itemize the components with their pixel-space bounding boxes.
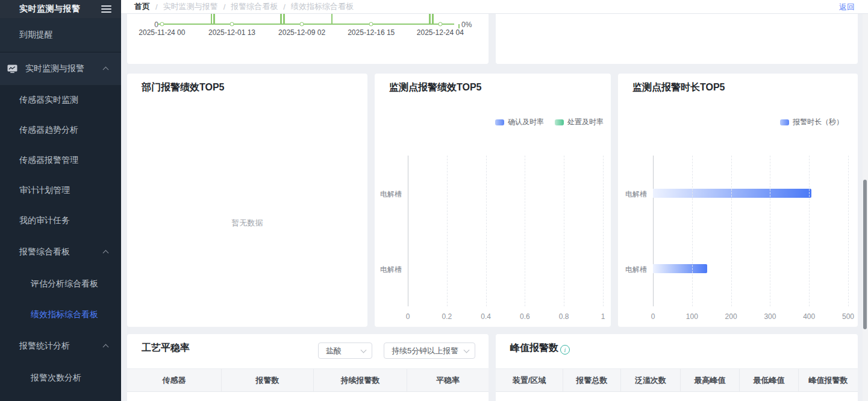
category-label: 电解槽 (618, 189, 647, 200)
column-header-stability-rate: 平稳率 (407, 369, 489, 391)
breadcrumb-home[interactable]: 首页 (134, 1, 150, 12)
panel-title: 监测点报警时长TOP5 (632, 81, 725, 94)
alarm-duration-filter-select[interactable]: 持续5分钟以上报警 (384, 343, 475, 359)
trend-spike-bar (213, 14, 215, 24)
trend-data-marker (438, 22, 442, 27)
x-tick-label: 500 (842, 312, 854, 321)
x-tick-label: 0.2 (442, 312, 452, 321)
x-axis-ticks: 00.20.40.60.81 (408, 312, 603, 321)
chevron-down-icon (361, 347, 367, 353)
x-tick-label: 200 (725, 312, 737, 321)
scrollbar-thumb[interactable] (863, 180, 867, 329)
legend-item-handle-rate[interactable]: 处置及时率 (555, 117, 604, 127)
chevron-up-icon (103, 67, 109, 73)
gridline (692, 156, 693, 306)
scrollbar-track[interactable] (863, 14, 868, 401)
column-header-unit-area: 装置/区域 (496, 369, 563, 391)
duration-plot (653, 156, 848, 306)
x-tick-label: 400 (803, 312, 815, 321)
trend-x-date-label: 2025-12-24 04 (417, 28, 464, 37)
sidebar-item-alarm-count-analysis[interactable]: 报警次数分析 (0, 362, 121, 394)
trend-y-axis-tick: 0 (149, 21, 158, 29)
y-axis-line (408, 156, 408, 306)
breadcrumb-alarm-dashboard[interactable]: 报警综合看板 (231, 1, 278, 12)
trend-spike-bar (280, 14, 282, 24)
trend-data-marker (300, 22, 304, 27)
column-header-total-alarms: 报警总数 (563, 369, 621, 391)
sidebar-group-alarm-dashboard[interactable]: 报警综合看板 (0, 236, 121, 268)
trend-right-axis-tick: 0% (461, 21, 472, 29)
trend-x-date-label: 2025-11-24 00 (139, 28, 185, 37)
table-body (127, 392, 489, 401)
chart-legend: 报警时长（秒） (780, 117, 843, 127)
trend-spike-bar (429, 14, 431, 24)
x-tick-label: 0 (406, 312, 410, 321)
sidebar-submenu: 传感器实时监测 传感器趋势分析 传感器报警管理 审计计划管理 我的审计任务 报警… (0, 85, 121, 394)
category-label: 电解槽 (618, 265, 647, 275)
sidebar-item-expiry-reminder[interactable]: 到期提醒 (0, 18, 121, 52)
gridline (809, 156, 810, 306)
sidebar-item-eval-dashboard[interactable]: 评估分析综合看板 (0, 268, 121, 300)
chevron-up-icon (103, 344, 109, 350)
trend-x-date-label: 2025-12-01 13 (208, 28, 255, 37)
legend-item-duration[interactable]: 报警时长（秒） (780, 117, 843, 127)
x-tick-label: 0.6 (520, 312, 530, 321)
sidebar: 实时监测与报警 到期提醒 实时监测与报警 传感器实时监测 传感器趋势 (0, 0, 121, 401)
column-header-peak-alarm-count: 峰值报警数 (799, 369, 858, 391)
trend-line (158, 24, 454, 25)
acid-type-select[interactable]: 盐酸 (318, 343, 372, 359)
table-body (496, 392, 858, 401)
trend-axis-end (454, 24, 460, 28)
gridline (603, 156, 604, 306)
panel-alarm-duration: 监测点报警时长TOP5 报警时长（秒） 电解槽 电解槽 010020030040… (618, 74, 858, 327)
x-tick-label: 1 (601, 312, 605, 321)
legend-swatch-green (555, 119, 564, 125)
gridline (564, 156, 564, 306)
sidebar-item-sensor-realtime[interactable]: 传感器实时监测 (0, 85, 121, 115)
sidebar-item-my-audit-tasks[interactable]: 我的审计任务 (0, 206, 121, 236)
main-content: 首页 实时监测与报警 报警综合看板 绩效指标综合看板 返回 0 2025-11-… (121, 0, 868, 401)
category-label: 电解槽 (375, 189, 402, 200)
table-header-row: 装置/区域 报警总数 泛滥次数 最高峰值 最低峰值 峰值报警数 (496, 368, 858, 392)
y-axis-line (653, 156, 654, 306)
sidebar-title: 实时监测与报警 (19, 4, 81, 14)
trend-spike-bar (211, 14, 213, 24)
sidebar-item-realtime-monitoring[interactable]: 实时监测与报警 (0, 52, 121, 85)
column-header-flood-count: 泛滥次数 (621, 369, 681, 391)
gridline (447, 156, 448, 306)
sidebar-group-alarm-statistics[interactable]: 报警统计分析 (0, 330, 121, 362)
x-tick-label: 0.8 (559, 312, 569, 321)
column-header-alarm-count: 报警数 (222, 369, 314, 391)
panel-trend-chart: 0 2025-11-24 002025-12-01 132025-12-09 0… (127, 14, 489, 64)
trend-data-marker (160, 22, 164, 27)
bar-duration-2 (653, 264, 707, 273)
hamburger-menu-icon[interactable] (101, 5, 111, 13)
panel-top-right-empty (496, 14, 858, 64)
gridline (486, 156, 487, 306)
sidebar-item-audit-plan[interactable]: 审计计划管理 (0, 175, 121, 206)
breadcrumb-realtime-monitoring[interactable]: 实时监测与报警 (163, 1, 218, 12)
x-tick-label: 100 (686, 312, 698, 321)
app-window: 实时监测与报警 到期提醒 实时监测与报警 传感器实时监测 传感器趋势 (0, 0, 868, 401)
breadcrumb-separator (278, 2, 291, 11)
column-header-min-peak: 最低峰值 (740, 369, 799, 391)
trend-x-date-label: 2025-12-16 15 (348, 28, 395, 37)
sidebar-item-sensor-trend[interactable]: 传感器趋势分析 (0, 115, 121, 145)
column-header-sustained-alarm-count: 持续报警数 (314, 369, 407, 391)
info-circle-icon[interactable] (560, 345, 570, 355)
x-tick-label: 0 (651, 312, 655, 321)
panel-peak-alarm: 峰值报警数 装置/区域 报警总数 泛滥次数 最高峰值 最低峰值 峰值报警数 (496, 334, 858, 401)
sidebar-menu: 到期提醒 实时监测与报警 传感器实时监测 传感器趋势分析 传感器报警管理 (0, 18, 121, 394)
back-link[interactable]: 返回 (839, 2, 855, 13)
sidebar-item-kpi-dashboard[interactable]: 绩效指标综合看板 (0, 300, 121, 330)
x-tick-label: 0.4 (481, 312, 491, 321)
sidebar-item-sensor-alarm-mgmt[interactable]: 传感器报警管理 (0, 145, 121, 175)
column-header-sensor: 传感器 (127, 369, 222, 391)
point-perf-plot (408, 156, 603, 306)
column-header-max-peak: 最高峰值 (681, 369, 740, 391)
panel-dept-perf: 部门报警绩效TOP5 暂无数据 (127, 74, 367, 327)
legend-item-confirm-rate[interactable]: 确认及时率 (495, 117, 544, 127)
gridline (731, 156, 732, 306)
panel-process-stability: 工艺平稳率 盐酸 持续5分钟以上报警 传感器 报警数 持续报警数 平稳率 (127, 334, 489, 401)
breadcrumb: 首页 实时监测与报警 报警综合看板 绩效指标综合看板 返回 (121, 0, 868, 14)
